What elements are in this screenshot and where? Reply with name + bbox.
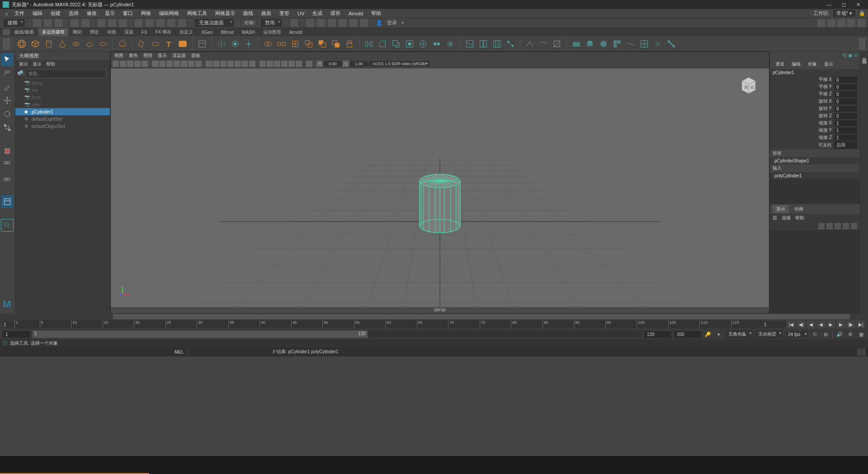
outliner-item-objectset[interactable]: ⊕defaultObjectSet: [15, 123, 110, 130]
vp-exposure-input[interactable]: 0.00: [324, 61, 342, 66]
construction-history-icon[interactable]: [290, 19, 298, 27]
menu-uv[interactable]: UV: [294, 10, 308, 17]
viewport-canvas[interactable]: 前 右: [111, 68, 769, 307]
shelf-tab-rigging[interactable]: 绑定: [86, 28, 103, 36]
redo-icon[interactable]: [81, 19, 90, 27]
uv-auto-icon[interactable]: [611, 38, 623, 50]
timeline-frame-field[interactable]: 1: [763, 321, 786, 328]
open-scene-icon[interactable]: [44, 19, 52, 27]
vp-resolution-gate-icon[interactable]: [166, 61, 173, 67]
shelf-overflow-icon[interactable]: [859, 38, 865, 50]
panel-layout-icon-3[interactable]: [837, 19, 845, 27]
menu-generate[interactable]: 生成: [309, 9, 326, 18]
snap-live-icon[interactable]: [178, 19, 186, 27]
panel-layout-icon-2[interactable]: [827, 19, 835, 27]
connect-icon[interactable]: [505, 38, 516, 50]
rotate-tool[interactable]: [1, 108, 14, 120]
shelf-tab-custom[interactable]: 自定义: [176, 28, 197, 36]
bevel-icon[interactable]: [377, 38, 388, 50]
shelf-tab-anim[interactable]: 动画: [104, 28, 120, 36]
vp-smooth-shade-icon[interactable]: [213, 61, 219, 67]
cb-manip-icon[interactable]: ◉: [848, 52, 853, 58]
vp-film-gate-icon[interactable]: [159, 61, 165, 67]
vp-select-camera-icon[interactable]: [113, 61, 119, 67]
layer-tab-display[interactable]: 显示: [773, 205, 789, 213]
windows-taskbar[interactable]: [0, 456, 868, 474]
step-forward-button[interactable]: ▶: [836, 320, 845, 328]
vp-exposure-icon[interactable]: ☀: [316, 61, 323, 67]
close-button[interactable]: ✕: [851, 0, 865, 9]
view-cube[interactable]: 前 右: [737, 73, 760, 95]
append-icon[interactable]: [390, 38, 402, 50]
workspace-dropdown[interactable]: 常规* ▾: [832, 9, 856, 18]
range-track[interactable]: 1 120: [33, 331, 642, 338]
vp-shadows-icon[interactable]: [227, 61, 234, 67]
cb-input-name[interactable]: polyCylinder1: [770, 172, 860, 179]
multi-cut-icon[interactable]: [464, 38, 476, 50]
go-to-start-button[interactable]: |◀: [787, 320, 796, 328]
right-sidebar-collapsed[interactable]: 建模工具包 属性编辑器: [860, 52, 868, 314]
merge-icon[interactable]: [431, 38, 443, 50]
vp-2d-icon[interactable]: [142, 61, 148, 67]
snap-toggle-icon[interactable]: [1, 145, 14, 157]
menu-deform[interactable]: 变形: [276, 9, 293, 18]
pause-icon[interactable]: [360, 19, 368, 27]
smooth-icon[interactable]: [289, 38, 301, 50]
shelf-tab-render[interactable]: 渲染: [121, 28, 137, 36]
menu-mesh[interactable]: 网格: [137, 9, 155, 18]
viewport-hscrollbar[interactable]: [113, 314, 850, 319]
layer-move-up-icon[interactable]: [818, 223, 825, 229]
new-scene-icon[interactable]: [33, 19, 41, 27]
lock-icon[interactable]: 🔒: [859, 10, 865, 17]
layer-move-down-icon[interactable]: [826, 223, 833, 229]
vp-field-chart-icon[interactable]: [181, 61, 187, 67]
poly-prism-icon[interactable]: [136, 38, 148, 50]
vp-lock-camera-icon[interactable]: [120, 61, 126, 67]
outliner-item-persp[interactable]: 📷persp: [15, 79, 110, 86]
cb-show-icon[interactable]: ≡: [854, 52, 857, 58]
offset-loop-icon[interactable]: [491, 38, 503, 50]
menu-editmesh[interactable]: 编辑网格: [156, 9, 183, 18]
step-back-button[interactable]: ◀: [807, 320, 816, 328]
cb-row-tx[interactable]: 平移 X0: [770, 76, 860, 83]
cb-row-ty[interactable]: 平移 Y0: [770, 83, 860, 90]
layer-new-selected-icon[interactable]: [843, 223, 849, 229]
menu-modify[interactable]: 修改: [83, 9, 100, 18]
range-loop-icon[interactable]: ↻: [811, 330, 819, 338]
layer-menu-help[interactable]: 帮助: [795, 215, 804, 221]
outliner-toggle[interactable]: [1, 195, 14, 208]
shelf-tab-motion[interactable]: 运动图形: [259, 28, 285, 36]
cb-row-rx[interactable]: 旋转 X0: [770, 98, 860, 105]
undo-icon[interactable]: [71, 19, 79, 27]
outliner-item-front[interactable]: 📷front: [15, 94, 110, 101]
script-editor-icon[interactable]: ▦: [857, 330, 865, 338]
step-forward-key-button[interactable]: |▶: [846, 320, 855, 328]
cb-row-sx[interactable]: 缩放 X1: [770, 119, 860, 127]
panel-layout-icon-1[interactable]: [817, 19, 826, 27]
vp-use-default-icon[interactable]: [249, 61, 255, 67]
vp-isolate-icon[interactable]: [306, 61, 312, 67]
mel-label[interactable]: MEL: [175, 350, 184, 355]
vp-wireframe-icon[interactable]: [206, 61, 212, 67]
menu-help[interactable]: 帮助: [368, 9, 385, 18]
outliner-menu-show[interactable]: 展示: [19, 61, 28, 67]
lasso-icon[interactable]: [108, 19, 116, 27]
bool-union-icon[interactable]: [303, 38, 315, 50]
combine-icon[interactable]: [262, 38, 274, 50]
uv-contour-icon[interactable]: [625, 38, 637, 50]
vp-use-all-lights-icon[interactable]: [220, 61, 226, 67]
outliner-search-input[interactable]: 搜索...: [25, 69, 106, 78]
platonic-icon[interactable]: [117, 38, 128, 50]
menu-curves[interactable]: 曲线: [240, 9, 257, 18]
range-settings-icon[interactable]: ⊞: [821, 330, 830, 338]
content-browser-icon[interactable]: [196, 38, 208, 50]
audio-icon[interactable]: 🔊: [835, 330, 844, 338]
cb-row-rz[interactable]: 旋转 Z0: [770, 112, 860, 119]
snap-grid-toggle[interactable]: [1, 158, 14, 171]
outliner-menu-help[interactable]: 帮助: [46, 61, 55, 67]
uncrease-icon[interactable]: [538, 38, 549, 50]
layer-menu-options[interactable]: 选项: [782, 215, 791, 221]
vp-safe-title-icon[interactable]: [195, 61, 202, 67]
menu-meshdisplay[interactable]: 网格显示: [212, 9, 239, 18]
cb-tab-object[interactable]: 对象: [805, 60, 820, 68]
